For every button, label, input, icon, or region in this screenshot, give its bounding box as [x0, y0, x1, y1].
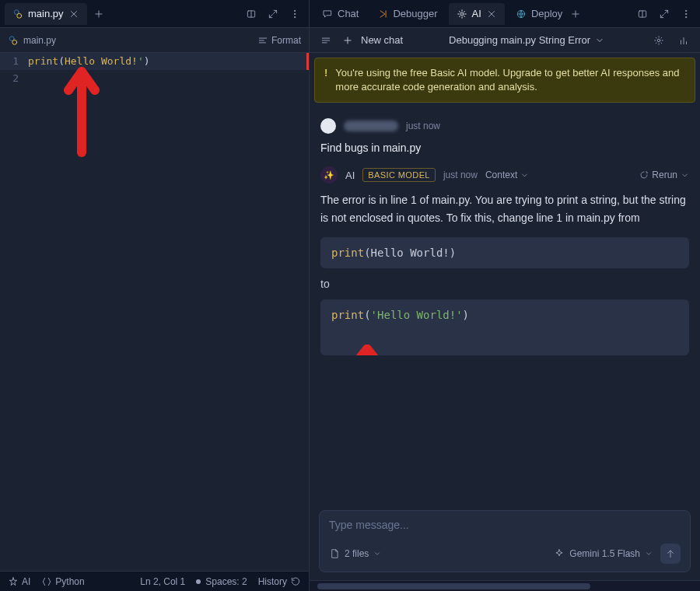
svg-line-28 [660, 14, 663, 17]
send-button[interactable] [660, 544, 681, 564]
rerun-button[interactable]: Rerun [639, 170, 689, 180]
horizontal-scrollbar[interactable] [310, 580, 700, 591]
status-cursor-position[interactable]: Ln 2, Col 1 [140, 576, 185, 587]
chevron-down-icon [681, 171, 689, 180]
model-selector[interactable]: Gemini 1.5 Flash [554, 548, 653, 559]
tab-deploy[interactable]: Deploy [508, 3, 564, 25]
user-avatar [320, 118, 336, 134]
arrow-up-icon [665, 548, 676, 559]
tab-menu-icon[interactable] [285, 5, 304, 23]
chevron-down-icon [645, 550, 653, 558]
tab-ai[interactable]: AI [449, 3, 505, 25]
svg-point-1 [17, 13, 22, 18]
format-code-button[interactable]: Format [257, 35, 301, 46]
chat-header-bar: New chat Debugging main.py String Error [310, 28, 700, 53]
status-indentation[interactable]: Spaces: 2 [196, 576, 247, 587]
code-line[interactable]: 2 [0, 70, 309, 87]
tab-label: Deploy [531, 8, 562, 19]
svg-point-31 [685, 16, 686, 17]
status-history[interactable]: History [258, 576, 301, 587]
plus-icon [342, 35, 353, 46]
status-language[interactable]: Python [41, 576, 84, 587]
to-label: to [320, 278, 689, 290]
python-file-icon [12, 9, 23, 19]
user-timestamp: just now [406, 121, 440, 131]
ai-message-header: ✨ AI BASIC MODEL just now Context Rerun [320, 166, 689, 184]
banner-text: You're using the free Basic AI model. Up… [335, 66, 685, 94]
chevron-down-icon [595, 36, 604, 45]
ai-avatar-icon: ✨ [320, 166, 338, 184]
close-tab-icon[interactable] [68, 9, 79, 19]
tab-label: main.py [28, 8, 64, 19]
annotation-arrow-fix [352, 320, 417, 355]
python-file-icon [8, 35, 19, 46]
chevron-down-icon [373, 550, 381, 558]
tab-debugger[interactable]: Debugger [369, 3, 445, 25]
editor-tab-strip: main.py [0, 0, 309, 28]
user-message: Find bugs in main.py [320, 142, 689, 154]
ai-timestamp: just now [443, 170, 478, 180]
tab-chat[interactable]: Chat [314, 3, 366, 25]
chat-title[interactable]: Debugging main.py String Error [411, 34, 642, 46]
line-number: 2 [0, 70, 28, 87]
debugger-icon [377, 9, 388, 19]
line-number: 1 [0, 53, 28, 70]
code-editor[interactable]: 1print(Hello World!')2 [0, 53, 309, 571]
ai-message-text: The error is in line 1 of main.py. You a… [320, 191, 689, 226]
new-tab-button[interactable] [93, 9, 104, 19]
chat-stats-icon[interactable] [675, 32, 692, 49]
svg-line-9 [269, 14, 272, 17]
editor-status-bar: AI Python Ln 2, Col 1 Spaces: 2 History [0, 571, 309, 591]
svg-line-27 [665, 10, 668, 13]
code-block-after: print('Hello World!') [320, 299, 689, 355]
chevron-down-icon [520, 171, 529, 180]
chat-icon [322, 9, 333, 19]
sparkle-icon [554, 548, 565, 559]
tab-label: AI [472, 8, 481, 19]
expand-editor-icon[interactable] [264, 5, 282, 23]
attached-files-button[interactable]: 2 files [329, 548, 381, 559]
split-editor-icon[interactable] [242, 5, 261, 23]
chat-scroll-area[interactable]: just now Find bugs in main.py ✨ AI BASIC… [310, 107, 700, 510]
scrollbar-thumb[interactable] [317, 583, 590, 589]
composer-placeholder: Type message... [329, 519, 681, 531]
svg-point-29 [685, 10, 686, 11]
status-ai[interactable]: AI [8, 576, 30, 587]
svg-point-30 [685, 13, 686, 14]
context-dropdown[interactable]: Context [485, 170, 529, 180]
svg-point-19 [460, 12, 464, 16]
ai-icon [457, 9, 467, 19]
file-icon [329, 548, 340, 559]
code-line[interactable]: 1print(Hello World!') [0, 53, 309, 70]
pane-menu-icon[interactable] [677, 5, 695, 23]
code-block-before: print(Hello World!) [320, 237, 689, 268]
message-composer[interactable]: Type message... 2 files Gemini 1.5 Flash [319, 510, 691, 572]
new-tab-button[interactable] [570, 9, 581, 19]
chat-history-icon[interactable] [317, 32, 334, 49]
line-content: print(Hello World!') [28, 53, 150, 70]
settings-gear-icon[interactable] [650, 32, 667, 49]
svg-line-8 [274, 10, 277, 13]
model-badge: BASIC MODEL [362, 168, 436, 182]
new-chat-button[interactable]: New chat [361, 34, 403, 46]
open-file-name: main.py [23, 35, 56, 46]
svg-point-14 [12, 40, 17, 44]
file-header-bar: main.py Format [0, 28, 309, 53]
refresh-icon [639, 170, 649, 180]
warning-icon: ! [324, 66, 327, 94]
close-tab-icon[interactable] [486, 9, 497, 19]
svg-point-12 [294, 16, 295, 17]
svg-point-11 [294, 13, 295, 14]
split-pane-icon[interactable] [633, 5, 652, 23]
ai-label: AI [345, 170, 355, 181]
svg-point-10 [294, 10, 295, 11]
tab-main-py[interactable]: main.py [5, 3, 87, 25]
deploy-icon [516, 9, 527, 19]
user-name-redacted [344, 121, 398, 131]
tab-label: Debugger [393, 8, 437, 19]
tab-label: Chat [338, 8, 359, 19]
upgrade-banner[interactable]: ! You're using the free Basic AI model. … [314, 58, 695, 103]
expand-pane-icon[interactable] [655, 5, 674, 23]
right-tab-strip: Chat Debugger AI Deploy [310, 0, 700, 28]
svg-point-37 [657, 39, 660, 42]
